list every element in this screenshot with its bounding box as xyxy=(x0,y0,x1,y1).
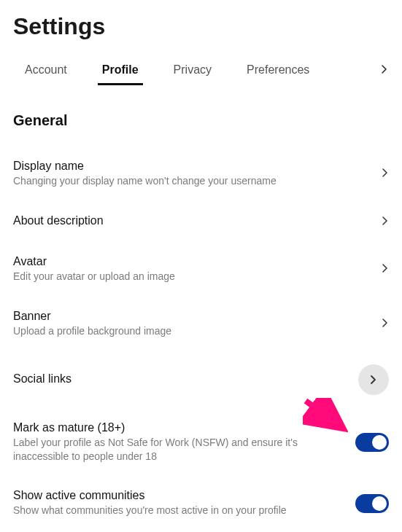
section-title-general: General xyxy=(13,112,389,129)
page-title: Settings xyxy=(13,13,389,40)
setting-text: Social links xyxy=(13,372,358,387)
setting-mark-mature: Mark as mature (18+) Label your profile … xyxy=(13,411,389,480)
setting-label: Social links xyxy=(13,372,345,386)
chevron-right-icon xyxy=(358,364,389,395)
setting-avatar[interactable]: Avatar Edit your avatar or upload an ima… xyxy=(13,245,389,300)
tab-preferences[interactable]: Preferences xyxy=(247,63,309,84)
toggle-knob xyxy=(372,496,387,511)
setting-label: About description xyxy=(13,214,368,227)
chevron-right-icon xyxy=(382,262,389,275)
setting-text: About description xyxy=(13,214,382,229)
setting-desc: Show what communities you're most active… xyxy=(13,504,342,517)
toggle-knob xyxy=(372,435,387,450)
tab-privacy[interactable]: Privacy xyxy=(174,63,212,84)
chevron-right-icon xyxy=(382,215,389,228)
setting-label: Avatar xyxy=(13,255,368,268)
tab-profile[interactable]: Profile xyxy=(102,63,139,84)
setting-label: Display name xyxy=(13,160,368,173)
setting-banner[interactable]: Banner Upload a profile background image xyxy=(13,300,389,354)
setting-active-communities: Show active communities Show what commun… xyxy=(13,479,389,532)
setting-label: Show active communities xyxy=(13,489,342,502)
toggle-active-communities[interactable] xyxy=(355,494,389,513)
tabs: Account Profile Privacy Preferences xyxy=(13,62,389,85)
chevron-right-icon xyxy=(382,317,389,330)
tab-account[interactable]: Account xyxy=(25,63,67,84)
setting-label: Banner xyxy=(13,310,368,323)
setting-label: Mark as mature (18+) xyxy=(13,421,342,434)
chevron-right-icon xyxy=(382,167,389,180)
setting-desc: Changing your display name won't change … xyxy=(13,174,368,188)
setting-about-description[interactable]: About description xyxy=(13,204,389,245)
setting-text: Show active communities Show what commun… xyxy=(13,489,355,517)
setting-display-name[interactable]: Display name Changing your display name … xyxy=(13,149,389,204)
setting-social-links[interactable]: Social links xyxy=(13,354,389,411)
setting-desc: Upload a profile background image xyxy=(13,324,368,338)
setting-desc: Edit your avatar or upload an image xyxy=(13,270,368,283)
chevron-right-icon[interactable] xyxy=(380,62,389,85)
setting-text: Banner Upload a profile background image xyxy=(13,310,382,338)
setting-desc: Label your profile as Not Safe for Work … xyxy=(13,436,342,463)
setting-text: Avatar Edit your avatar or upload an ima… xyxy=(13,255,382,283)
setting-text: Mark as mature (18+) Label your profile … xyxy=(13,421,355,463)
setting-text: Display name Changing your display name … xyxy=(13,160,382,188)
toggle-mark-mature[interactable] xyxy=(355,433,389,452)
